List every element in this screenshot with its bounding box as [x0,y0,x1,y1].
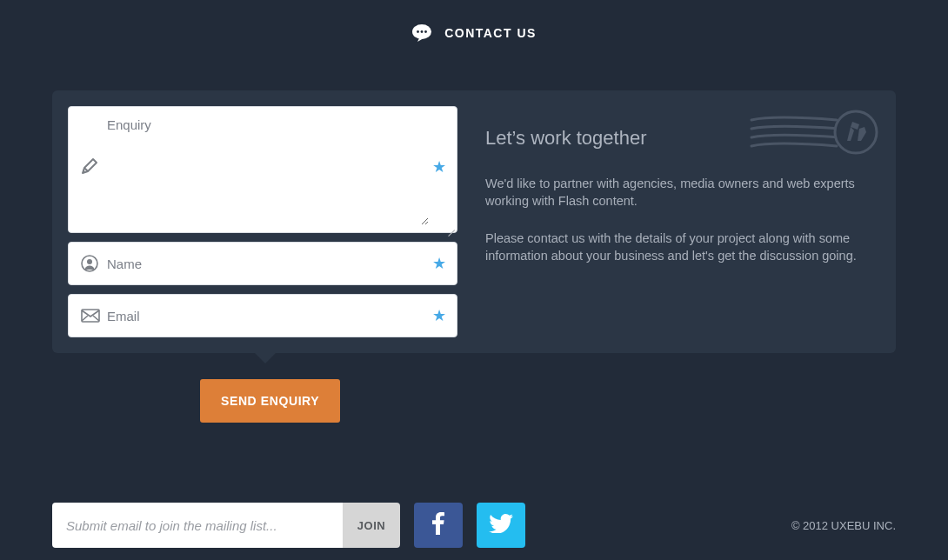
svg-point-5 [87,259,92,264]
speech-bubble-icon [411,24,432,42]
required-star-icon: ★ [432,159,446,175]
pencil-icon [81,157,98,175]
required-star-icon: ★ [432,256,446,271]
copy-paragraph-1: We'd like to partner with agencies, medi… [485,176,866,210]
send-button-row: SEND ENQUIRY [0,379,948,423]
twitter-button[interactable] [477,503,525,548]
page-footer: JOIN © 2012 UXEBU INC. [52,503,896,548]
envelope-icon [81,309,100,323]
twitter-icon [489,514,513,537]
mailing-email-input[interactable] [52,503,343,548]
name-field-wrap: ★ [68,242,457,285]
name-input[interactable] [107,243,429,284]
svg-point-3 [424,30,427,33]
facebook-icon [432,512,444,538]
svg-point-2 [421,30,424,33]
copy-paragraph-2: Please contact us with the details of yo… [485,230,866,264]
contact-copy: Let’s work together We'd like to partner… [485,106,880,337]
contact-form: ★ ★ ★ [68,106,457,337]
join-button[interactable]: JOIN [343,503,400,548]
mailing-list-form: JOIN [52,503,400,548]
email-field-wrap: ★ [68,294,457,337]
page-header: CONTACT US [0,0,948,90]
email-input[interactable] [107,295,429,337]
user-icon [81,255,98,272]
svg-point-1 [417,30,419,33]
postmark-stamp-icon [750,106,880,165]
required-star-icon: ★ [432,308,446,323]
enquiry-field-wrap: ★ [68,106,457,233]
copyright-text: © 2012 UXEBU INC. [791,519,896,532]
enquiry-input[interactable] [107,117,429,225]
send-enquiry-button[interactable]: SEND ENQUIRY [200,379,340,423]
page-title: CONTACT US [444,26,537,40]
contact-panel: ★ ★ ★ [52,90,896,353]
svg-rect-6 [82,310,99,322]
resize-handle-icon[interactable] [446,222,455,230]
svg-point-7 [835,111,877,153]
facebook-button[interactable] [414,503,463,548]
